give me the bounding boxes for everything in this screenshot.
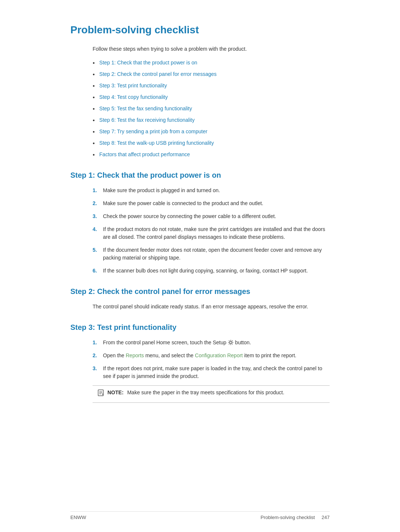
svg-line-5 [229,341,230,341]
list-item: 2. Make sure the power cable is connecte… [93,200,330,207]
toc-link[interactable]: Step 4: Test copy functionality [99,93,168,101]
list-text: Make sure the product is plugged in and … [103,187,330,194]
svg-line-7 [232,341,233,341]
svg-line-8 [229,344,230,345]
list-number: 1. [93,339,103,347]
toc-item: Step 4: Test copy functionality [93,93,330,101]
step1-heading: Step 1: Check that the product power is … [70,170,330,181]
list-number: 4. [93,225,103,233]
list-item: 5. If the document feeder motor does not… [93,246,330,262]
step1-list: 1. Make sure the product is plugged in a… [93,187,330,275]
toc-item: Step 1: Check that the product power is … [93,59,330,67]
toc-link[interactable]: Step 8: Test the walk-up USB printing fu… [99,139,214,147]
toc-link[interactable]: Step 7: Try sending a print job from a c… [99,128,207,135]
page-title: Problem-solving checklist [70,22,330,38]
toc-item: Step 2: Check the control panel for erro… [93,70,330,78]
toc-link[interactable]: Step 6: Test the fax receiving functiona… [99,116,194,124]
list-number: 2. [93,352,103,359]
svg-line-6 [232,344,233,345]
list-text: Check the power source by connecting the… [103,213,330,220]
note-icon [97,389,104,399]
note-text: Make sure the paper in the tray meets sp… [127,389,284,395]
step2-heading: Step 2: Check the control panel for erro… [70,286,330,297]
note-box: NOTE: Make sure the paper in the tray me… [93,385,330,403]
note-label: NOTE: [107,389,124,395]
list-item: 4. If the product motors do not rotate, … [93,225,330,241]
step3-heading: Step 3: Test print functionality [70,322,330,333]
toc-link[interactable]: Step 2: Check the control panel for erro… [99,70,217,78]
footer-left: ENWW [70,514,86,521]
toc-item: Factors that affect product performance [93,151,330,158]
svg-point-0 [230,341,232,344]
list-number: 3. [93,365,103,372]
note-content: NOTE: Make sure the paper in the tray me… [107,389,284,397]
toc-link[interactable]: Factors that affect product performance [99,151,190,158]
list-number: 1. [93,187,103,194]
toc-item: Step 8: Test the walk-up USB printing fu… [93,139,330,147]
list-item: 1. From the control panel Home screen, t… [93,339,330,347]
toc-link[interactable]: Step 3: Test print functionality [99,82,167,90]
toc-item: Step 5: Test the fax sending functionali… [93,105,330,113]
list-item: 3. Check the power source by connecting … [93,213,330,220]
step3-list: 1. From the control panel Home screen, t… [93,339,330,380]
reports-link[interactable]: Reports [126,352,144,358]
list-text: From the control panel Home screen, touc… [103,339,330,347]
list-text: If the document feeder motor does not ro… [103,246,330,262]
toc-link[interactable]: Step 1: Check that the product power is … [99,59,197,67]
toc-link[interactable]: Step 5: Test the fax sending functionali… [99,105,192,113]
configuration-report-link[interactable]: Configuration Report [195,352,243,358]
intro-text: Follow these steps when trying to solve … [93,45,330,53]
toc-item: Step 6: Test the fax receiving functiona… [93,116,330,124]
list-text: Open the Reports menu, and select the Co… [103,352,330,359]
list-number: 3. [93,213,103,220]
toc-item: Step 7: Try sending a print job from a c… [93,128,330,135]
page-footer: ENWW Problem-solving checklist 247 [70,511,330,521]
page-container: Problem-solving checklist Follow these s… [41,0,359,532]
list-number: 2. [93,200,103,207]
list-item: 3. If the report does not print, make su… [93,365,330,380]
list-text: Make sure the power cable is connected t… [103,200,330,207]
footer-right: Problem-solving checklist 247 [261,514,330,521]
list-item: 6. If the scanner bulb does not light du… [93,267,330,275]
setup-icon [228,339,234,345]
toc-list: Step 1: Check that the product power is … [93,59,330,158]
list-item: 1. Make sure the product is plugged in a… [93,187,330,194]
step2-text: The control panel should indicate ready … [93,303,330,311]
list-text: If the scanner bulb does not light durin… [103,267,330,275]
list-text: If the product motors do not rotate, mak… [103,225,330,241]
toc-item: Step 3: Test print functionality [93,82,330,90]
list-text: If the report does not print, make sure … [103,365,330,380]
list-item: 2. Open the Reports menu, and select the… [93,352,330,359]
list-number: 5. [93,246,103,254]
list-number: 6. [93,267,103,275]
